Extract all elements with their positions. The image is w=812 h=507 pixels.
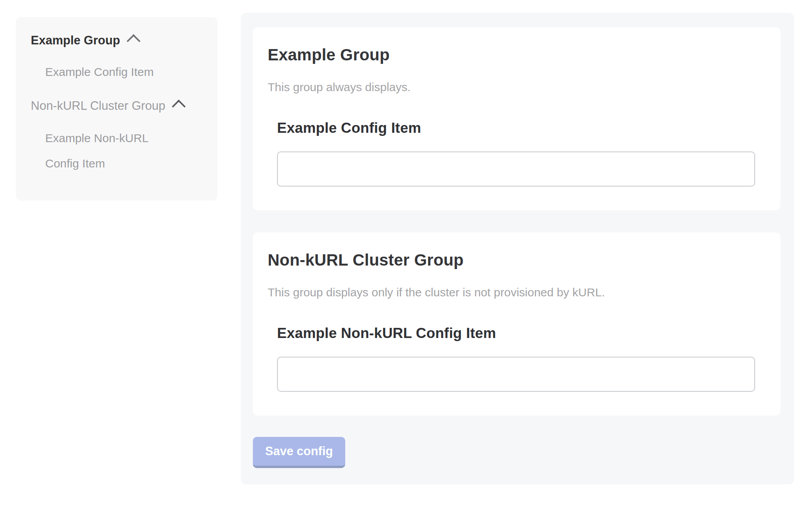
sidebar-group-label: Example Group — [31, 33, 120, 47]
config-field: Example Non-kURL Config Item — [277, 326, 765, 392]
config-item-label: Example Config Item — [277, 120, 765, 136]
group-title: Non-kURL Cluster Group — [268, 251, 765, 269]
chevron-up-icon — [127, 34, 140, 48]
config-nav-sidebar: Example Group Example Config Item Non-kU… — [16, 17, 217, 201]
save-config-button[interactable]: Save config — [253, 437, 345, 468]
config-item-input[interactable] — [277, 357, 755, 392]
config-group-card-example-group: Example Group This group always displays… — [253, 27, 780, 210]
group-description: This group always displays. — [268, 81, 765, 94]
config-main-panel: Example Group This group always displays… — [241, 13, 794, 484]
group-description: This group displays only if the cluster … — [268, 286, 765, 299]
config-item-input[interactable] — [277, 151, 755, 187]
config-group-card-non-kurl-cluster-group: Non-kURL Cluster Group This group displa… — [253, 232, 780, 415]
sidebar-group-example-group[interactable]: Example Group — [31, 32, 207, 49]
sidebar-item-example-config-item[interactable]: Example Config Item — [45, 63, 207, 81]
config-item-label: Example Non-kURL Config Item — [277, 326, 765, 341]
sidebar-item-example-non-kurl-config-item[interactable]: Example Non-kURL Config Item — [45, 125, 174, 176]
sidebar-group-label: Non-kURL Cluster Group — [31, 99, 165, 113]
chevron-up-icon — [172, 100, 185, 113]
config-field: Example Config Item — [277, 120, 765, 187]
group-title: Example Group — [268, 46, 765, 64]
sidebar-group-non-kurl-cluster-group[interactable]: Non-kURL Cluster Group — [31, 97, 207, 114]
